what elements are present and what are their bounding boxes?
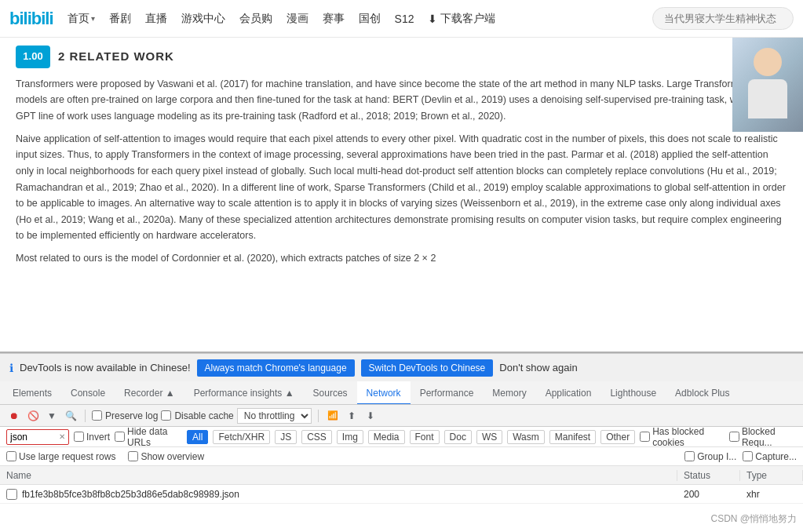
clear-button[interactable]: 🚫 bbox=[25, 408, 41, 424]
filter-icon[interactable]: ▼ bbox=[44, 408, 60, 424]
clear-filter-icon[interactable]: ✕ bbox=[59, 432, 65, 441]
article-header: 1.00 2 Related Work bbox=[16, 46, 787, 68]
section-badge: 1.00 bbox=[16, 46, 50, 68]
nav-item-bangumi[interactable]: 番剧 bbox=[109, 12, 131, 26]
row-select-checkbox[interactable] bbox=[6, 489, 17, 500]
wifi-icon[interactable]: 📶 bbox=[325, 408, 341, 424]
blocked-req-checkbox[interactable]: Blocked Requ... bbox=[729, 426, 797, 448]
filter-input[interactable] bbox=[10, 432, 57, 443]
record-button[interactable]: ⏺ bbox=[6, 408, 22, 424]
csdn-watermark: CSDN @悄悄地努力 bbox=[710, 512, 797, 526]
article-area: 1.00 2 Related Work Transformers were pr… bbox=[0, 38, 803, 352]
nav-s12: S12 bbox=[395, 13, 414, 25]
options-right: Group I... Capture... bbox=[684, 451, 797, 462]
td-type: xhr bbox=[740, 489, 803, 500]
th-name: Name bbox=[0, 470, 677, 481]
tab-performance-insights[interactable]: Performance insights ▲ bbox=[184, 381, 304, 405]
article-paragraph-1: Transformers were proposed by Vaswani et… bbox=[16, 76, 787, 125]
tab-sources[interactable]: Sources bbox=[304, 381, 357, 405]
options-bar: Use large request rows Show overview Gro… bbox=[0, 447, 803, 466]
tab-adblock-plus[interactable]: Adblock Plus bbox=[666, 381, 739, 405]
tab-memory[interactable]: Memory bbox=[483, 381, 535, 405]
nav-search-input[interactable] bbox=[652, 7, 794, 30]
filter-tag-ws[interactable]: WS bbox=[476, 430, 502, 444]
filter-tag-manifest[interactable]: Manifest bbox=[549, 430, 596, 444]
network-table: Name Status Type fb1fe3b8b5fce3b8fb8cb25… bbox=[0, 466, 803, 504]
upload-icon[interactable]: ⬆ bbox=[344, 408, 360, 424]
table-row[interactable]: fb1fe3b8b5fce3b8fb8cb25b3d86e5dab8c98989… bbox=[0, 485, 803, 504]
filter-tag-wasm[interactable]: Wasm bbox=[507, 430, 545, 444]
search-icon[interactable]: 🔍 bbox=[63, 408, 78, 424]
toolbar-divider-1 bbox=[85, 410, 86, 422]
devtools-panel: ℹ DevTools is now available in Chinese! … bbox=[0, 352, 803, 532]
devtools-toolbar: ⏺ 🚫 ▼ 🔍 Preserve log Disable cache No th… bbox=[0, 405, 803, 427]
avatar bbox=[732, 38, 803, 132]
tab-network[interactable]: Network bbox=[357, 381, 411, 405]
filter-tag-media[interactable]: Media bbox=[368, 430, 405, 444]
tab-application[interactable]: Application bbox=[536, 381, 601, 405]
toolbar-divider-2 bbox=[318, 410, 319, 422]
always-match-language-button[interactable]: Always match Chrome's language bbox=[197, 359, 355, 377]
capture-checkbox[interactable]: Capture... bbox=[743, 451, 797, 462]
filter-tag-all[interactable]: All bbox=[187, 430, 208, 444]
throttle-select[interactable]: No throttling bbox=[237, 408, 312, 424]
preserve-log-checkbox[interactable]: Preserve log bbox=[92, 410, 158, 421]
tab-console[interactable]: Console bbox=[61, 381, 115, 405]
filter-tag-css[interactable]: CSS bbox=[301, 430, 332, 444]
disable-cache-checkbox[interactable]: Disable cache bbox=[161, 410, 233, 421]
filter-tag-fetch-xhr[interactable]: Fetch/XHR bbox=[213, 430, 270, 444]
filter-tag-doc[interactable]: Doc bbox=[444, 430, 472, 444]
invert-checkbox[interactable]: Invert bbox=[74, 432, 110, 443]
nav-download-button[interactable]: ⬇ 下载客户端 bbox=[428, 12, 495, 26]
hide-data-urls-checkbox[interactable]: Hide data URLs bbox=[115, 426, 182, 448]
large-rows-checkbox[interactable]: Use large request rows bbox=[6, 451, 115, 462]
tab-performance[interactable]: Performance bbox=[411, 381, 484, 405]
nav-item-guochuang[interactable]: 国创 bbox=[359, 12, 381, 26]
article-paragraph-2: Naive application of self-attention to i… bbox=[16, 131, 787, 244]
table-header: Name Status Type bbox=[0, 466, 803, 485]
nav-item-esports[interactable]: 赛事 bbox=[323, 12, 345, 26]
nav-item-live[interactable]: 直播 bbox=[145, 12, 167, 26]
tab-recorder[interactable]: Recorder ▲ bbox=[115, 381, 184, 405]
options-left: Use large request rows Show overview bbox=[6, 451, 204, 462]
th-status: Status bbox=[677, 470, 740, 481]
nav-item-manga[interactable]: 漫画 bbox=[287, 12, 308, 26]
td-status: 200 bbox=[677, 489, 740, 500]
filter-tag-font[interactable]: Font bbox=[410, 430, 440, 444]
notification-text: DevTools is now available in Chinese! bbox=[20, 362, 191, 373]
article-paragraph-3: Most related to ours is the model of Cor… bbox=[16, 250, 787, 267]
download-icon: ⬇ bbox=[428, 13, 437, 25]
filter-tag-js[interactable]: JS bbox=[275, 430, 297, 444]
switch-devtools-chinese-button[interactable]: Switch DevTools to Chinese bbox=[361, 359, 494, 377]
dont-show-again-button[interactable]: Don't show again bbox=[499, 362, 577, 373]
nav-item-member[interactable]: 会员购 bbox=[239, 12, 272, 26]
nav-logo[interactable]: bilibili bbox=[9, 9, 53, 29]
show-overview-checkbox[interactable]: Show overview bbox=[128, 451, 204, 462]
group-by-checkbox[interactable]: Group I... bbox=[684, 451, 736, 462]
tab-lighthouse[interactable]: Lighthouse bbox=[600, 381, 666, 405]
th-type: Type bbox=[740, 470, 803, 481]
devtools-tabs: Elements Console Recorder ▲ Performance … bbox=[0, 381, 803, 405]
article-content: 1.00 2 Related Work Transformers were pr… bbox=[0, 38, 803, 352]
devtools-notification-bar: ℹ DevTools is now available in Chinese! … bbox=[0, 353, 803, 381]
filter-input-wrap: ✕ bbox=[6, 429, 69, 445]
has-blocked-checkbox[interactable]: Has blocked cookies bbox=[640, 426, 725, 448]
filter-tag-img[interactable]: Img bbox=[337, 430, 363, 444]
nav-bar: bilibili 首页 ▾ 番剧 直播 游戏中心 会员购 漫画 赛事 国创 S1… bbox=[0, 0, 803, 38]
download-icon[interactable]: ⬇ bbox=[363, 408, 378, 424]
filter-bar: ✕ Invert Hide data URLs All Fetch/XHR JS… bbox=[0, 427, 803, 447]
tab-elements[interactable]: Elements bbox=[3, 381, 61, 405]
nav-item-games[interactable]: 游戏中心 bbox=[181, 12, 225, 26]
info-icon: ℹ bbox=[9, 362, 13, 374]
chevron-down-icon: ▾ bbox=[91, 14, 95, 23]
td-name: fb1fe3b8b5fce3b8fb8cb25b3d86e5dab8c98989… bbox=[0, 489, 677, 500]
nav-item-home[interactable]: 首页 ▾ bbox=[68, 12, 95, 26]
filter-tag-other[interactable]: Other bbox=[600, 430, 635, 444]
section-title: 2 Related Work bbox=[58, 47, 174, 66]
